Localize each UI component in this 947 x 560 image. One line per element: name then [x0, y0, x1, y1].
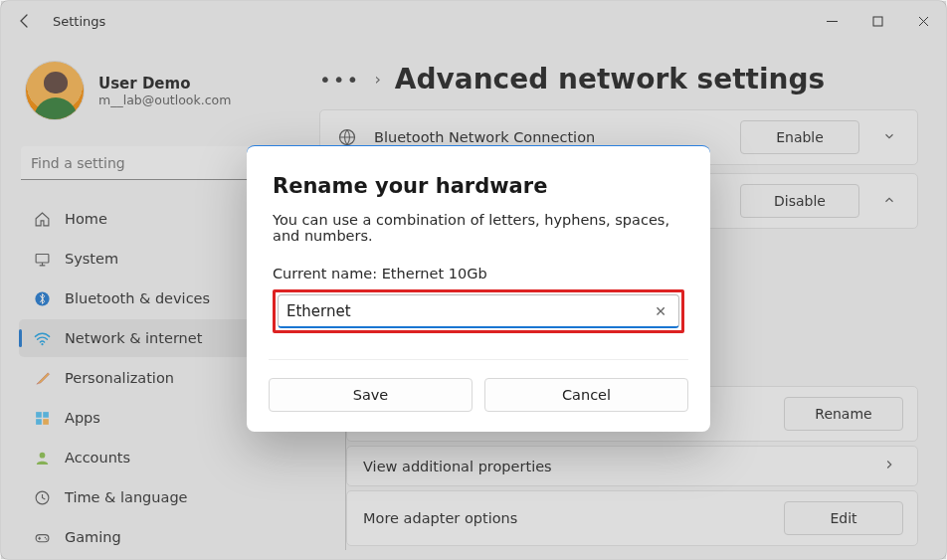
dialog-title: Rename your hardware [273, 174, 684, 198]
dialog-description: You can use a combination of letters, hy… [273, 212, 684, 244]
rename-dialog: Rename your hardware You can use a combi… [247, 145, 710, 432]
dialog-input-highlight: ✕ [273, 289, 684, 333]
clear-input-icon[interactable]: ✕ [651, 303, 670, 319]
rename-input[interactable] [286, 302, 651, 320]
dialog-current-name: Current name: Ethernet 10Gb [273, 266, 684, 281]
settings-window: Settings User Demo m__lab@outlook.com [0, 0, 947, 560]
cancel-button[interactable]: Cancel [484, 378, 688, 412]
save-button[interactable]: Save [269, 378, 473, 412]
